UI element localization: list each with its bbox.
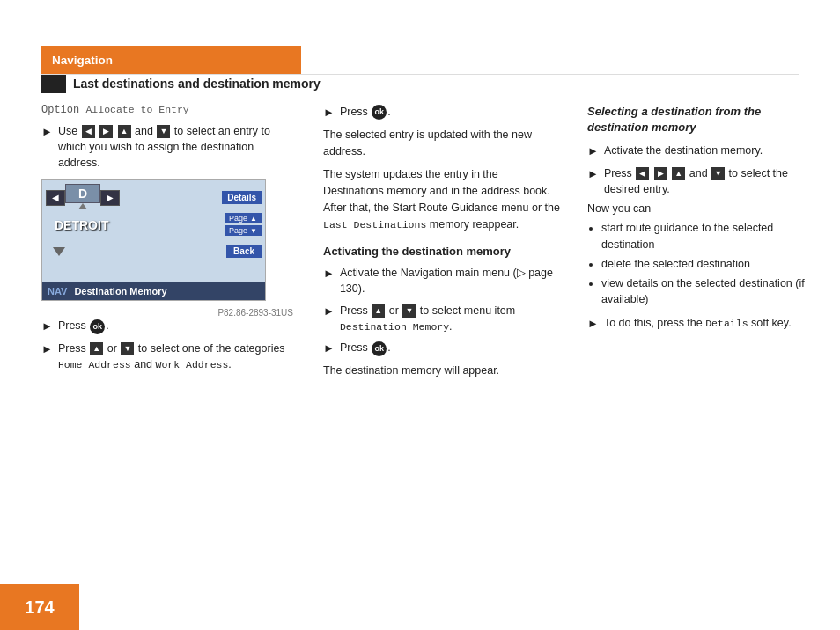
ok-icon-2: ok: [372, 105, 387, 120]
mid-para-2: The system updates the entry in the Dest…: [323, 166, 561, 232]
left-arrow-icon-2: ◀: [636, 167, 649, 180]
bullet-arrow-cat: ►: [41, 341, 53, 358]
nav-page-btns: Page ▲ Page ▼: [225, 213, 262, 238]
down-arrow-icon-3: ▼: [402, 304, 416, 318]
ok-icon-1: ok: [90, 319, 105, 334]
bullet-press-arrows: ► Press ◀ ▶ ▲ and ▼ to select the desire…: [587, 165, 825, 197]
now-you-can: Now you can: [587, 202, 825, 215]
bullet-arrow-ok1: ►: [41, 319, 53, 335]
nav-triangle-up: [78, 203, 87, 209]
down-arrow-icon-4: ▼: [711, 167, 725, 180]
dot-item-3: view details on the selected destination…: [601, 275, 825, 309]
dot-item-1: start route guidance to the selected des…: [601, 220, 825, 253]
right-heading: Selecting a destination from the destina…: [587, 104, 825, 136]
section-title: Last destinations and destination memory: [73, 77, 321, 91]
bullet-arrow-details: ►: [587, 316, 599, 333]
nav-bottom-row: Back: [42, 243, 265, 260]
nav-screen: ◀ D ▶ Details DETROIT Page ▲ Page ▼: [41, 179, 266, 301]
nav-triangle-down: [53, 247, 65, 256]
up-arrow-icon-3: ▲: [372, 304, 385, 318]
bullet-press-ok3: ► Press ok.: [323, 340, 561, 357]
bullet-text-arrows: Press ◀ ▶ ▲ and ▼ to select the desired …: [604, 165, 825, 197]
capabilities-list: start route guidance to the selected des…: [601, 220, 825, 308]
up-arrow-icon-4: ▲: [672, 167, 685, 180]
bullet-arrow-arrows: ►: [587, 166, 599, 183]
down-arrow-icon-2: ▼: [121, 342, 134, 355]
nav-back-btn[interactable]: Back: [226, 245, 262, 258]
bullet-select-category: ► Press ▲ or ▼ to select one of the cate…: [41, 341, 297, 373]
bullet-arrow-act: ►: [323, 266, 335, 282]
bullet-press-ok2: ► Press ok.: [323, 104, 561, 121]
bullet-arrow-sel: ►: [323, 304, 335, 320]
bullet-arrow-dest: ►: [587, 143, 599, 160]
bullet-press-select: ► Press ▲ or ▼ to select menu item Desti…: [323, 303, 561, 335]
nav-left-arrow: ◀: [46, 190, 65, 206]
nav-mid-row: DETROIT Page ▲ Page ▼: [42, 211, 265, 239]
nav-status-nav-label: NAV: [48, 286, 67, 297]
bullet-text-ok1: Press ok.: [58, 318, 109, 333]
mid-para-3: The destination memory will appear.: [323, 363, 561, 379]
bullet-press-ok1: ► Press ok.: [41, 318, 297, 335]
down-arrow-icon: ▼: [157, 125, 170, 138]
nav-header-text: Navigation: [52, 54, 113, 67]
bullet-activate-nav: ► Activate the Navigation main menu (▷ p…: [323, 265, 561, 297]
mid-para-1: The selected entry is updated with the n…: [323, 127, 561, 160]
section-black-bar: [41, 74, 66, 93]
bullet-text-act: Activate the Navigation main menu (▷ pag…: [340, 265, 561, 297]
dot-item-2: delete the selected destination: [601, 256, 825, 273]
nav-header-bar: Navigation: [41, 46, 301, 74]
bullet-text-ok2: Press ok.: [340, 104, 391, 120]
nav-d-col: D: [65, 184, 100, 211]
bullet-use-arrows: ► Use ◀ ▶ ▲ and ▼ to select an entry to …: [41, 123, 297, 171]
nav-status-bar: NAV Destination Memory: [42, 282, 265, 300]
page-number: 174: [25, 597, 54, 618]
nav-status-dest-label: Destination Memory: [74, 286, 166, 297]
bullet-arrow-ok2: ►: [323, 105, 335, 121]
right-column: Selecting a destination from the destina…: [587, 104, 825, 338]
nav-right-arrow: ▶: [100, 190, 120, 206]
bullet-text-details: To do this, press the Details soft key.: [604, 315, 792, 332]
bullet-text-1: Use ◀ ▶ ▲ and ▼ to select an entry to wh…: [58, 123, 297, 171]
nav-d-cell: D: [65, 184, 100, 203]
nav-page-up-btn[interactable]: Page ▲: [225, 213, 262, 223]
section-header: Last destinations and destination memory: [41, 74, 799, 93]
bullet-text-sel: Press ▲ or ▼ to select menu item Destina…: [340, 303, 561, 335]
activating-heading: Activating the destination memory: [323, 245, 561, 258]
ok-icon-3: ok: [372, 341, 387, 356]
nav-top-row: ◀ D ▶ Details: [42, 180, 265, 211]
bullet-text-dest: Activate the destination memory.: [604, 143, 763, 158]
up-arrow-icon: ▲: [118, 125, 131, 138]
bullet-activate-dest: ► Activate the destination memory.: [587, 143, 825, 160]
nav-screen-inner: ◀ D ▶ Details DETROIT Page ▲ Page ▼: [42, 180, 265, 300]
right-arrow-icon-2: ▶: [654, 167, 667, 180]
right-arrow-icon: ▶: [99, 125, 113, 138]
bullet-arrow-ok3: ►: [323, 341, 335, 357]
bullet-text-cat: Press ▲ or ▼ to select one of the catego…: [58, 341, 297, 373]
left-column: Option Allocate to Entry ► Use ◀ ▶ ▲ and…: [41, 104, 297, 378]
up-arrow-icon-2: ▲: [90, 342, 103, 355]
bullet-details: ► To do this, press the Details soft key…: [587, 315, 825, 333]
page-number-box: 174: [0, 584, 79, 630]
bullet-text-ok3: Press ok.: [340, 340, 391, 355]
left-arrow-icon: ◀: [82, 125, 95, 138]
mid-column: ► Press ok. The selected entry is update…: [323, 104, 561, 379]
main-content: Option Allocate to Entry ► Use ◀ ▶ ▲ and…: [41, 104, 799, 577]
part-number: P82.86-2893-31US: [41, 308, 293, 318]
nav-page-down-btn[interactable]: Page ▼: [225, 225, 262, 236]
nav-city-label: DETROIT: [46, 218, 108, 232]
bullet-arrow-1: ►: [41, 124, 53, 141]
nav-details-btn[interactable]: Details: [222, 191, 262, 204]
option-label: Option Allocate to Entry: [41, 104, 297, 116]
divider-line: [41, 74, 799, 75]
